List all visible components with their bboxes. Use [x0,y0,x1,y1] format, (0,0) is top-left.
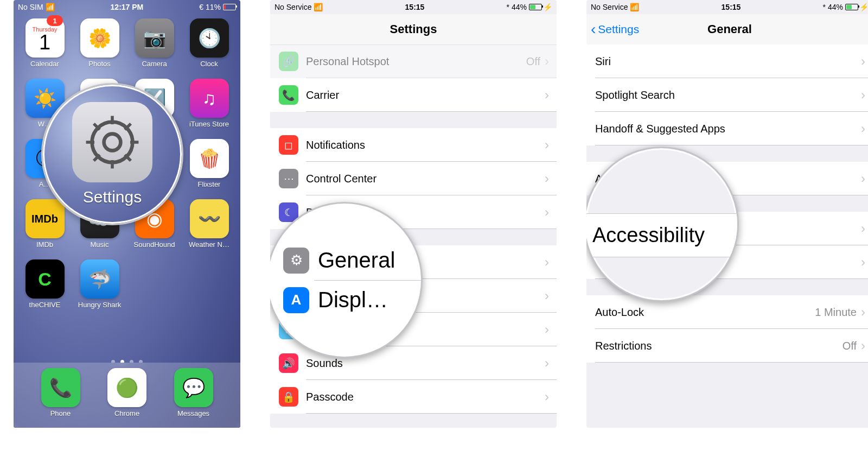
chevron-right-icon: › [545,137,549,153]
status-bar: No Service📶 15:15 *44%⚡ [270,0,557,14]
chevron-left-icon: ‹ [591,21,596,38]
chevron-right-icon: › [545,255,549,270]
zoom-row-accessibility[interactable]: Accessibility [586,213,739,257]
battery-icon: ⚡ [845,3,868,11]
row-passcode[interactable]: 🔒Passcode› [270,380,557,414]
row-control-center[interactable]: ⋯Control Center› [270,162,557,195]
panel-settings-list: No Service📶 15:15 *44%⚡ Settings 🔗Person… [270,0,557,428]
dock-messages[interactable]: 💬Messages [174,368,213,417]
svg-line-6 [94,124,100,130]
chevron-right-icon: › [861,255,865,270]
zoom-row-general[interactable]: ⚙ General [270,241,421,280]
wifi-icon: 📶 [630,3,639,11]
zoom-label: Settings [83,188,142,206]
page-title: General [707,22,752,36]
app-clock[interactable]: 🕙Clock [187,18,232,68]
chevron-right-icon: › [861,87,865,103]
app-photos[interactable]: 🌼Photos [77,18,122,68]
app-camera[interactable]: 📷Camera [132,18,177,68]
chevron-right-icon: › [861,171,865,186]
chevron-right-icon: › [545,288,549,303]
app-hungry-shark[interactable]: 🦈Hungry Shark [77,259,122,309]
app-itunes-store[interactable]: ♫iTunes Store [187,79,232,128]
notifications-icon: ◻︎ [279,135,298,155]
nav-bar: Settings [270,14,557,45]
svg-line-7 [125,155,131,161]
clock-label: 15:15 [405,3,425,11]
sounds-icon: 🔊 [279,353,298,373]
page-title: Settings [390,22,437,36]
display-icon: A [283,287,309,313]
carrier-label: No SIM [18,3,43,11]
dock-phone[interactable]: 📞Phone [41,368,80,417]
row-personal-hotspot[interactable]: 🔗Personal HotspotOff› [270,45,557,78]
row-spotlight-search[interactable]: Spotlight Search› [586,78,868,112]
gear-icon: ⚙ [283,248,309,274]
chevron-right-icon: › [545,322,549,337]
dock: 📞Phone 🟢Chrome 💬Messages [14,363,240,428]
chevron-right-icon: › [545,54,549,69]
row-handoff[interactable]: Handoff & Suggested Apps› [586,112,868,145]
battery-percent: 44% [828,3,843,11]
chevron-right-icon: › [861,121,865,136]
section-separator [270,112,557,128]
badge-calendar: 1 [47,15,63,26]
chevron-right-icon: › [545,87,549,103]
control-center-icon: ⋯ [279,169,298,188]
app-imdb[interactable]: IMDbIMDb [22,199,67,249]
row-restrictions[interactable]: RestrictionsOff› [586,329,868,363]
app-thechive[interactable]: CtheCHIVE [22,259,67,309]
panel-general-list: No Service📶 15:15 *44%⚡ ‹Settings Genera… [586,0,868,428]
carrier-label: No Service [275,3,311,11]
clock-label: 12:17 PM [111,3,144,11]
bluetooth-icon: * [507,3,509,11]
battery-icon: ⚡ [529,3,552,11]
link-icon: 🔗 [279,52,298,71]
zoom-callout-accessibility: Accessibility [586,147,739,302]
svg-line-8 [125,124,131,130]
settings-icon[interactable] [72,102,152,182]
wifi-icon: 📶 [46,3,55,11]
carrier-label: No Service [591,3,628,11]
zoom-callout-settings: Settings [41,83,183,225]
dock-chrome[interactable]: 🟢Chrome [107,368,146,417]
chevron-right-icon: › [861,54,865,69]
lock-icon: 🔒 [279,387,298,407]
battery-icon [223,4,236,10]
nav-bar: ‹Settings General [586,14,868,45]
home-wallpaper: No SIM 📶 12:17 PM € 11% Thursday1 1 Cale… [14,0,240,428]
phone-icon: 📞 [279,85,298,105]
status-bar: No SIM 📶 12:17 PM € 11% [14,0,240,14]
chevron-right-icon: › [861,221,865,236]
chevron-right-icon: › [545,171,549,186]
app-calendar[interactable]: Thursday1 1 Calendar [22,18,67,68]
bluetooth-icon: * [823,3,826,11]
panel-home-screen: No SIM 📶 12:17 PM € 11% Thursday1 1 Cale… [14,0,240,428]
app-weather-network[interactable]: 〰️Weather N… [187,199,232,249]
chevron-right-icon: › [861,338,865,353]
chevron-right-icon: › [545,205,549,220]
status-bar: No Service📶 15:15 *44%⚡ [586,0,868,14]
wifi-icon: 📶 [314,3,323,11]
clock-label: 15:15 [722,3,741,11]
svg-line-9 [94,155,100,161]
chevron-right-icon: › [545,356,549,371]
zoom-callout-general: ⚙ General A Displ… [270,202,423,358]
row-notifications[interactable]: ◻︎Notifications› [270,128,557,162]
battery-percent: 11% [206,3,221,11]
bluetooth-icon: € [199,3,203,11]
zoom-row-display[interactable]: A Displ… [270,281,421,320]
svg-point-1 [104,134,121,151]
back-button[interactable]: ‹Settings [591,21,639,38]
chevron-right-icon: › [545,389,549,404]
app-flixster[interactable]: 🍿Flixster [187,139,232,188]
row-siri[interactable]: Siri› [586,45,868,78]
chevron-right-icon: › [861,305,865,320]
row-auto-lock[interactable]: Auto-Lock1 Minute› [586,295,868,329]
battery-percent: 44% [512,3,527,11]
row-carrier[interactable]: 📞Carrier› [270,78,557,112]
